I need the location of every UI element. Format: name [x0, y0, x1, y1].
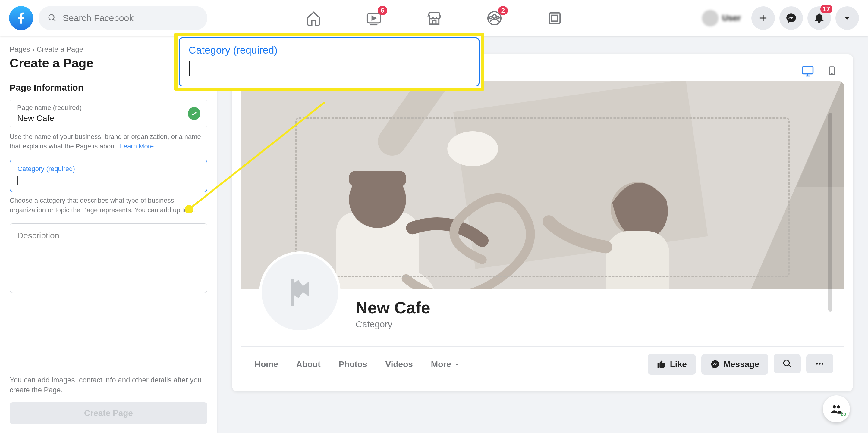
text-cursor	[18, 176, 18, 186]
messenger-icon	[785, 12, 797, 24]
tab-home[interactable]: Home	[252, 356, 281, 373]
description-input[interactable]	[17, 231, 200, 287]
mobile-preview-button[interactable]	[823, 63, 841, 78]
nav-marketplace[interactable]	[404, 3, 464, 33]
notifications-badge: 17	[820, 5, 832, 13]
tab-videos[interactable]: Videos	[382, 356, 416, 373]
home-icon	[305, 10, 322, 27]
nav-right: User 17	[700, 6, 859, 30]
category-field[interactable]: Category (required)	[10, 160, 207, 192]
preview-page-category: Category	[355, 319, 844, 329]
nav-gaming[interactable]	[524, 3, 585, 33]
search-icon	[48, 13, 57, 23]
preview-card: New Cafe Category Home About Photos Vide…	[232, 54, 853, 391]
svg-point-3	[490, 16, 492, 19]
new-message-button[interactable]: 15	[823, 395, 850, 423]
avatar-wrap	[259, 252, 341, 333]
account-button[interactable]	[835, 6, 859, 30]
page-name-input[interactable]	[17, 112, 200, 123]
nav-watch[interactable]: 6	[344, 3, 404, 33]
svg-point-24	[822, 363, 824, 364]
search-input[interactable]: Search Facebook	[38, 6, 207, 30]
page-name-label: Page name (required)	[17, 104, 200, 112]
category-label: Category (required)	[18, 165, 199, 173]
thumbs-up-icon	[657, 360, 666, 369]
create-page-button[interactable]: Create Page	[10, 402, 207, 424]
caret-down-icon	[454, 361, 460, 368]
preview-area: New Cafe Category Home About Photos Vide…	[217, 36, 868, 433]
flag-icon	[282, 274, 318, 310]
avatar	[702, 10, 718, 27]
page-name-help: Use the name of your business, brand or …	[10, 132, 207, 151]
facebook-logo[interactable]	[9, 6, 33, 30]
svg-rect-7	[803, 67, 813, 74]
desktop-icon	[801, 64, 814, 77]
create-button[interactable]	[751, 6, 775, 30]
description-field[interactable]	[10, 224, 207, 293]
search-icon-small	[782, 359, 792, 369]
float-badge: 15	[840, 411, 846, 417]
tab-about[interactable]: About	[293, 356, 324, 373]
nav-home[interactable]	[283, 3, 344, 33]
sidebar: Pages › Create a Page Create a Page Page…	[0, 36, 217, 433]
breadcrumb-pages[interactable]: Pages	[10, 45, 30, 53]
marketplace-icon	[426, 10, 442, 27]
messenger-button[interactable]	[779, 6, 803, 30]
profile-name: User	[722, 13, 741, 23]
svg-point-9	[832, 73, 832, 74]
preview-scrollbar[interactable]	[828, 113, 832, 312]
main: Pages › Create a Page Create a Page Page…	[0, 36, 868, 433]
bell-icon	[813, 12, 825, 24]
preview-page-name: New Cafe	[355, 298, 844, 318]
search-placeholder: Search Facebook	[63, 13, 133, 23]
search-page-button[interactable]	[774, 354, 801, 373]
page-name-field[interactable]: Page name (required)	[10, 99, 207, 128]
category-help: Choose a category that describes what ty…	[10, 196, 207, 215]
callout-label: Category (required)	[189, 44, 470, 56]
profile-chip[interactable]: User	[700, 7, 747, 29]
svg-point-4	[497, 16, 499, 19]
learn-more-link[interactable]: Learn More	[120, 142, 154, 150]
gaming-icon	[547, 10, 563, 27]
check-icon	[188, 107, 200, 120]
notifications-button[interactable]: 17	[807, 6, 831, 30]
footer-text: You can add images, contact info and oth…	[10, 375, 207, 395]
watch-badge: 6	[378, 6, 387, 15]
breadcrumb-create[interactable]: Create a Page	[36, 45, 83, 53]
more-actions-button[interactable]	[806, 354, 833, 373]
like-button[interactable]: Like	[648, 354, 696, 375]
page-tabs: Home About Photos Videos More Like Messa…	[241, 346, 844, 382]
sidebar-footer: You can add images, contact info and oth…	[0, 367, 217, 424]
plus-icon	[757, 12, 769, 24]
svg-rect-6	[552, 15, 558, 21]
chevron-down-icon	[841, 12, 853, 24]
tab-more[interactable]: More	[428, 356, 463, 373]
svg-point-22	[816, 363, 818, 364]
nav-groups[interactable]: 2	[464, 3, 524, 33]
svg-rect-5	[549, 13, 560, 23]
desktop-preview-button[interactable]	[799, 63, 817, 78]
page-avatar	[259, 252, 341, 333]
svg-point-2	[493, 14, 496, 18]
groups-badge: 2	[498, 6, 508, 15]
callout-cursor	[189, 61, 190, 76]
tab-photos[interactable]: Photos	[336, 356, 370, 373]
nav-center: 6 2	[283, 3, 585, 33]
messenger-small-icon	[710, 360, 720, 369]
message-button[interactable]: Message	[701, 354, 768, 375]
svg-point-23	[819, 363, 820, 364]
ellipsis-icon	[815, 359, 825, 369]
category-callout: Category (required)	[174, 33, 484, 91]
mobile-icon	[827, 64, 837, 77]
tab-actions: Like Message	[648, 354, 833, 375]
top-nav: Search Facebook 6 2 User	[0, 0, 868, 36]
callout-inner: Category (required)	[179, 37, 479, 87]
cover-dropzone	[296, 118, 789, 277]
